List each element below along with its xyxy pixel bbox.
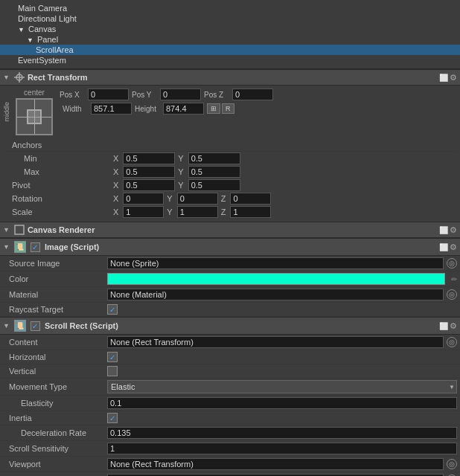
- material-label: Material: [3, 290, 107, 299]
- hierarchy-item-main-camera[interactable]: Main Camera: [0, 3, 460, 13]
- anchor-max-y-input[interactable]: [188, 166, 240, 178]
- anchor-max-label: Max: [6, 167, 110, 176]
- viewport-picker-icon[interactable]: ◎: [447, 459, 457, 469]
- height-input[interactable]: [163, 103, 204, 115]
- viewport-input[interactable]: [107, 458, 444, 470]
- scroll-rect-script-icon: 📜: [14, 320, 26, 332]
- horizontal-value-group: [107, 352, 457, 362]
- inertia-row: Inertia: [0, 411, 460, 425]
- pos-x-input[interactable]: [88, 89, 129, 100]
- pos-z-input[interactable]: [232, 89, 273, 100]
- height-label: Height: [135, 105, 162, 113]
- scale-label: Scale: [6, 208, 110, 216]
- hierarchy-item-directional-light[interactable]: Directional Light: [0, 13, 460, 24]
- scroll-sensitivity-value-group: [107, 443, 457, 454]
- movement-type-value-group: Elastic Unrestricted Clamped: [107, 380, 457, 393]
- rect-transform-top: middle center Pos X: [3, 89, 457, 135]
- horizontal-label: Horizontal: [3, 353, 107, 361]
- panel-label: Panel: [37, 35, 58, 44]
- svg-rect-3: [15, 225, 24, 234]
- rotation-z-label: Z: [221, 194, 226, 203]
- anchor-max-y-label: Y: [178, 167, 183, 176]
- image-script-title: Image (Script): [45, 242, 436, 251]
- elasticity-input[interactable]: [107, 397, 457, 409]
- movement-type-dropdown[interactable]: Elastic Unrestricted Clamped: [107, 380, 457, 393]
- material-picker-icon[interactable]: ◎: [447, 289, 457, 300]
- pivot-x-label: X: [113, 181, 118, 190]
- width-input[interactable]: [91, 103, 132, 115]
- hierarchy-item-eventsystem[interactable]: EventSystem: [0, 55, 460, 65]
- rect-transform-fold-icon[interactable]: ▼: [3, 74, 10, 81]
- rotation-x-input[interactable]: [123, 193, 164, 205]
- source-image-picker-icon[interactable]: ◎: [447, 258, 457, 268]
- scroll-rect-gear-icon[interactable]: ⚙: [450, 321, 457, 331]
- decel-input[interactable]: [107, 427, 457, 439]
- canvas-renderer-gear-icon[interactable]: ⚙: [450, 225, 457, 235]
- scroll-sensitivity-input[interactable]: [107, 443, 457, 454]
- anchor-min-row: Min X Y: [3, 152, 457, 165]
- material-value-group: ◎: [107, 289, 457, 300]
- scale-y-input[interactable]: [177, 206, 218, 218]
- anchor-min-y-input[interactable]: [188, 152, 240, 164]
- pos-x-label: Pos X: [60, 91, 86, 99]
- canvas-label: Canvas: [28, 25, 56, 33]
- pivot-y-input[interactable]: [188, 179, 240, 191]
- vertical-label: Vertical: [3, 367, 107, 376]
- elasticity-row: Elasticity: [0, 396, 460, 411]
- color-swatch[interactable]: [107, 273, 445, 285]
- image-enabled-checkbox[interactable]: [31, 242, 40, 252]
- anchor-min-x-label: X: [113, 154, 118, 163]
- anchor-max-x-label: X: [113, 167, 118, 176]
- anchor-min-x-input[interactable]: [123, 152, 175, 164]
- canvas-renderer-fold-icon[interactable]: ▼: [3, 226, 10, 234]
- movement-type-label: Movement Type: [3, 382, 107, 391]
- hierarchy-item-panel[interactable]: ▼ Panel: [0, 34, 460, 45]
- image-script-gear-icon[interactable]: ⚙: [450, 242, 457, 252]
- rt-btn-group: ⊞ R: [207, 103, 234, 114]
- pivot-row: Pivot X Y: [3, 178, 457, 192]
- scroll-rect-fold-icon[interactable]: ▼: [3, 322, 10, 329]
- horizontal-checkbox[interactable]: [107, 352, 118, 362]
- pivot-x-input[interactable]: [123, 179, 175, 191]
- pos-y-input[interactable]: [160, 89, 201, 100]
- scale-y-label: Y: [167, 208, 172, 216]
- scale-z-input[interactable]: [230, 206, 271, 218]
- scale-x-input[interactable]: [123, 206, 164, 218]
- image-script-copy-icon[interactable]: ⬜: [439, 243, 448, 251]
- content-input[interactable]: [107, 336, 444, 348]
- scroll-rect-copy-icon[interactable]: ⬜: [439, 322, 448, 330]
- content-value-group: ◎: [107, 336, 457, 348]
- rotation-x-label: X: [113, 194, 118, 203]
- hierarchy-item-canvas[interactable]: ▼ Canvas: [0, 24, 460, 34]
- blueprint-btn[interactable]: ⊞: [207, 103, 220, 114]
- material-input[interactable]: [107, 289, 444, 300]
- reset-btn[interactable]: R: [222, 103, 234, 114]
- scale-row: Scale X Y Z: [3, 205, 457, 219]
- inertia-checkbox[interactable]: [107, 413, 118, 423]
- image-script-header: ▼ 📜 Image (Script) ⬜ ⚙: [0, 238, 460, 256]
- rect-transform-copy-icon[interactable]: ⬜: [439, 74, 448, 82]
- scroll-sensitivity-label: Scroll Sensitivity: [3, 444, 107, 453]
- rt-anchor-square[interactable]: [16, 98, 53, 135]
- anchor-max-x-input[interactable]: [123, 166, 175, 178]
- content-picker-icon[interactable]: ◎: [447, 337, 457, 347]
- rotation-y-input[interactable]: [177, 193, 218, 205]
- decel-value-group: [107, 427, 457, 439]
- rt-fields: Pos X Pos Y Pos Z Width: [60, 89, 457, 115]
- color-pencil-icon[interactable]: ✏: [451, 275, 457, 283]
- vertical-checkbox[interactable]: [107, 366, 118, 376]
- rt-center-label: center: [24, 89, 45, 97]
- source-image-value-group: ◎: [107, 257, 457, 269]
- rect-transform-gear-icon[interactable]: ⚙: [450, 73, 457, 83]
- elasticity-label: Elasticity: [3, 399, 107, 408]
- raycast-checkbox[interactable]: [107, 304, 118, 315]
- canvas-renderer-copy-icon[interactable]: ⬜: [439, 226, 448, 234]
- image-fold-icon[interactable]: ▼: [3, 243, 10, 251]
- rotation-z-input[interactable]: [230, 193, 271, 205]
- scroll-rect-enabled-checkbox[interactable]: [31, 321, 40, 331]
- anchors-row: Anchors: [3, 138, 457, 152]
- source-image-input[interactable]: [107, 257, 444, 269]
- rect-transform-icons: ⬜ ⚙: [439, 73, 457, 83]
- hierarchy-item-scrollarea[interactable]: ScrollArea: [0, 45, 460, 55]
- canvas-renderer-header: ▼ Canvas Renderer ⬜ ⚙: [0, 222, 460, 238]
